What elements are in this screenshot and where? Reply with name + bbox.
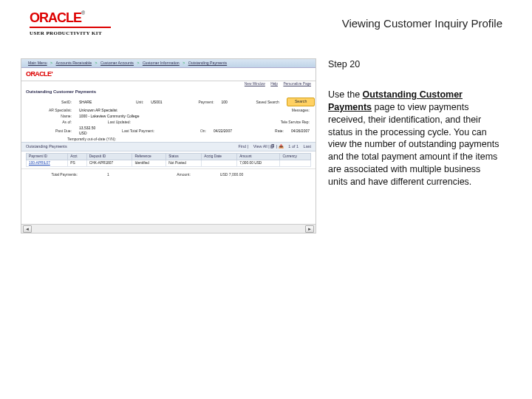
on-value: 04/22/2007: [214, 129, 232, 133]
messages-label: Messages:: [265, 108, 310, 112]
cell-currency: [280, 160, 311, 167]
rate-label: Rate:: [239, 129, 284, 133]
pastdue-value: 13,532.50 USD: [79, 126, 103, 135]
payment-value[interactable]: 100: [222, 100, 228, 104]
screenshot-pane: Main Menu > Accounts Receivable > Custom…: [21, 58, 316, 233]
crumb[interactable]: Customer Accounts: [100, 61, 134, 65]
scroll-right-button[interactable]: ►: [305, 225, 314, 233]
crumb[interactable]: Outstanding Payments: [188, 61, 227, 65]
col-reference[interactable]: Reference: [132, 154, 166, 160]
app-brand-bar: ORACLE': [21, 68, 316, 81]
rate-value: 04/26/2007: [291, 129, 310, 133]
grid-header-bar: Outstanding Payments Find | View All | 🗐…: [21, 142, 316, 151]
table-header-row: Payment ID Acct Deposit ID Reference Sta…: [27, 154, 311, 160]
app-breadcrumb[interactable]: Main Menu > Accounts Receivable > Custom…: [21, 59, 316, 68]
total-amount-value: USD 7,000.00: [220, 172, 243, 177]
lasttotal-label: Last Total Payment:: [110, 129, 154, 133]
asof-label: As of:: [27, 120, 72, 124]
totals-row: Total Payments: 1 Amount: USD 7,000.00: [21, 168, 316, 180]
col-acct[interactable]: Acct: [68, 154, 87, 160]
col-currency[interactable]: Currency: [280, 154, 311, 160]
arspec-label: AR Specialist:: [27, 108, 72, 112]
grid-viewall-link[interactable]: View All: [253, 144, 267, 149]
cell-reference: Identified: [132, 160, 166, 167]
app-window: Main Menu > Accounts Receivable > Custom…: [21, 58, 316, 233]
name-label: Name:: [27, 114, 72, 118]
crumb[interactable]: Accounts Receivable: [56, 61, 92, 65]
on-label: On:: [162, 129, 206, 133]
cell-acctg-date: [202, 160, 237, 167]
lastupdated-label: Last Updated:: [86, 120, 131, 124]
grid-find-link[interactable]: Find: [238, 144, 246, 149]
cell-acct: PS: [68, 160, 87, 167]
pastdue-label: Past Due:: [27, 129, 72, 133]
savedsearch-label: Saved Search: [235, 100, 279, 104]
page-title: Viewing Customer Inquiry Profile: [342, 17, 502, 30]
toolbar-link[interactable]: Help: [270, 82, 278, 86]
app-toolbar: New Window Help Personalize Page: [21, 81, 316, 87]
col-payment-id[interactable]: Payment ID: [27, 154, 68, 160]
payment-label: Payment:: [170, 100, 214, 104]
cell-status: Not Posted: [166, 160, 202, 167]
name-value: 1000 - Lakeview Community College: [79, 114, 139, 118]
grid-range: 1 of 1: [288, 144, 299, 149]
payment-id-link[interactable]: 100-APRIL07: [29, 161, 50, 165]
col-deposit-id[interactable]: Deposit ID: [86, 154, 132, 160]
col-status[interactable]: Status: [166, 154, 202, 160]
search-button[interactable]: Search: [287, 98, 315, 106]
col-acctg-date[interactable]: Acctg Date: [202, 154, 237, 160]
scroll-left-button[interactable]: ◄: [23, 225, 32, 233]
temp-label: Temporarily out-of-date (Y/N):: [27, 137, 116, 141]
total-amount-label: Amount:: [139, 172, 191, 177]
col-amount[interactable]: Amount: [237, 154, 280, 160]
oracle-mini-logo: ORACLE': [26, 70, 52, 78]
app-page-title: Outstanding Customer Payments: [21, 87, 316, 98]
table-row: 100-APRIL07 PS CHK-APR1807 Identified No…: [27, 160, 311, 167]
step-label: Step 20: [328, 58, 502, 71]
toolbar-link[interactable]: New Window: [245, 82, 265, 86]
grid-title: Outstanding Payments: [26, 144, 67, 149]
logo-divider: [30, 27, 111, 28]
oracle-logo-text: ORACLE®: [30, 10, 111, 26]
crumb[interactable]: Customer Information: [143, 61, 180, 65]
crumb[interactable]: Main Menu: [28, 61, 47, 65]
unit-label: Unit:: [99, 100, 143, 104]
instruction-text: Use the Outstanding Customer Payments pa…: [328, 89, 502, 188]
instruction-pane: Step 20 Use the Outstanding Customer Pay…: [328, 58, 502, 233]
oracle-upk-logo: ORACLE® USER PRODUCTIVITY KIT: [30, 10, 111, 36]
cell-amount: 7,000.00 USD: [237, 160, 280, 167]
grid-last-link[interactable]: Last: [304, 144, 311, 149]
setid-value[interactable]: SHARE: [79, 100, 92, 104]
slide-header: ORACLE® USER PRODUCTIVITY KIT Viewing Cu…: [0, 0, 532, 38]
unit-value[interactable]: US001: [151, 100, 162, 104]
cell-deposit: CHK-APR1807: [86, 160, 132, 167]
horizontal-scrollbar[interactable]: ◄ ►: [21, 224, 316, 233]
arspec-value: Unknown AR Specialist: [79, 108, 117, 112]
teleservice-label: Tele Service Rep:: [265, 120, 310, 124]
total-payments-value: 1: [107, 172, 109, 177]
setid-label: SetID:: [27, 100, 72, 104]
toolbar-link[interactable]: Personalize Page: [283, 82, 311, 86]
upk-subbrand: USER PRODUCTIVITY KIT: [30, 30, 111, 36]
payments-table: Payment ID Acct Deposit ID Reference Sta…: [26, 153, 311, 167]
total-payments-label: Total Payments:: [26, 172, 78, 177]
